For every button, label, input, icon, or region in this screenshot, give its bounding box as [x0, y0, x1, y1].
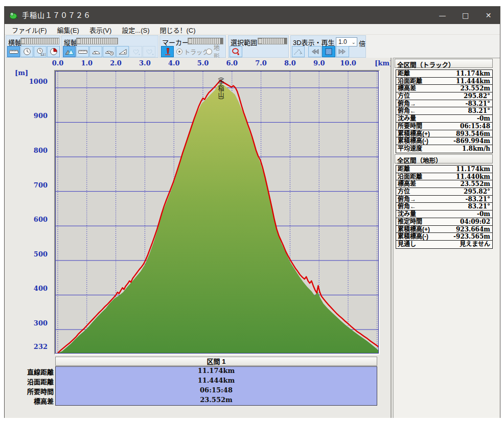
playback-speed-unit: 倍	[359, 38, 365, 48]
maximize-button[interactable]: □	[454, 7, 477, 24]
haxis-distance-button[interactable]	[7, 46, 20, 57]
menu-item[interactable]: ファイル(F)	[7, 24, 52, 35]
y-tick-label: 800	[16, 147, 48, 154]
vaxis-heartrate-1-button[interactable]	[129, 46, 142, 57]
stat-label: 方位	[398, 92, 410, 100]
stat-row: 距離 11.174km	[396, 166, 492, 173]
lasso-icon	[231, 48, 241, 56]
forward-icon	[337, 48, 348, 56]
menu-item[interactable]: 編集(E)	[52, 24, 84, 35]
slider-thumb[interactable]	[188, 38, 192, 44]
selection-lasso-button[interactable]	[230, 46, 242, 57]
x-tick-label: 6.0	[222, 59, 242, 67]
slope-triangle-icon	[118, 48, 128, 56]
vaxis-elevation-button[interactable]	[63, 46, 76, 57]
stat-label: 標高差	[398, 85, 416, 92]
stat-row: 累積標高(+) 923.664m	[396, 226, 492, 233]
stat-label: 俯角←	[398, 203, 416, 210]
app-icon	[9, 11, 18, 20]
heart-dotted-icon	[131, 48, 141, 56]
vaxis-slope-button[interactable]	[116, 46, 129, 57]
vaxis-speed-time-button[interactable]	[103, 46, 116, 57]
section-values-box: 11.174km11.444km06:15:4823.552m	[55, 366, 377, 406]
group-selection-range: 選択範囲	[228, 35, 289, 58]
stat-label: 標高差	[398, 180, 416, 187]
section-label: 沿面距離	[9, 377, 54, 387]
vertical-axis-slider[interactable]	[76, 38, 118, 44]
selection-slider[interactable]	[258, 38, 287, 44]
marker-track-radio[interactable]: トラック	[176, 47, 209, 56]
menu-item[interactable]: 設定...(S)	[117, 24, 154, 35]
terrain-stats-table: 距離 11.174km 沿面距離 11.440km 標高差 23.552m 方位…	[396, 165, 493, 249]
menu-item[interactable]: 表示(V)	[84, 24, 117, 35]
haxis-elapsed-button[interactable]	[47, 46, 60, 57]
toolbar: 横軸 123 縦軸	[5, 35, 500, 58]
marker-terrain-radio[interactable]: 地形	[206, 47, 225, 56]
x-tick-label: 1.0	[77, 59, 97, 67]
terrain-stats-header: 全区間（地形）	[395, 154, 493, 163]
stat-value: 11.174km	[456, 166, 490, 173]
stop-frame-icon	[324, 48, 334, 56]
stat-label: 所要時間	[398, 123, 422, 130]
playback-3d-view-button[interactable]	[292, 46, 305, 57]
playback-speed-select[interactable]: 1.0 ⌄	[336, 37, 357, 46]
section-label: 標高差	[9, 396, 54, 406]
x-tick-label: 9.0	[309, 59, 329, 67]
playback-stop-button[interactable]	[322, 46, 335, 57]
slider-thumb[interactable]	[258, 38, 262, 44]
stat-label: 沈み量	[398, 210, 416, 218]
stat-row: 沈み量 -0m	[396, 115, 492, 123]
slider-thumb[interactable]	[21, 38, 25, 44]
stat-label: 平均速度	[398, 145, 422, 152]
horizontal-axis-slider[interactable]	[20, 38, 59, 44]
haxis-time-button[interactable]	[20, 46, 33, 57]
stat-label: 推定時間	[398, 218, 422, 225]
stat-value: 見えません	[460, 241, 490, 248]
marker-pen-button[interactable]	[161, 46, 174, 57]
close-button[interactable]: ✕	[477, 7, 500, 24]
haxis-time-numbered-button[interactable]: 123	[34, 46, 47, 57]
stat-row: 沈み量 -0m	[396, 210, 492, 218]
stat-value: -869.994m	[453, 137, 490, 145]
stat-row: 方位 295.82°	[396, 188, 492, 196]
stat-value: -923.565m	[453, 233, 490, 240]
stat-label: 累積標高(+)	[398, 130, 430, 137]
slider-thumb[interactable]	[77, 38, 81, 44]
playback-forward-button[interactable]	[336, 46, 349, 57]
vaxis-heartrate-2-button[interactable]	[143, 46, 155, 57]
track-stats-header: 全区間（トラック）	[395, 59, 493, 68]
elevation-plot[interactable]	[54, 70, 380, 355]
stat-value: 295.82°	[464, 92, 490, 100]
vaxis-speed-button[interactable]	[89, 46, 102, 57]
playback-rewind-button[interactable]	[308, 46, 322, 57]
section-value: 06:15:48	[56, 386, 377, 396]
ruler-icon	[9, 48, 19, 56]
stat-row: 沿面距離 11.444km	[396, 78, 492, 85]
clock-123-icon: 123	[35, 48, 45, 56]
stat-row: 累積標高(+) 893.546m	[396, 130, 492, 138]
y-axis-unit-label: [m]	[15, 69, 28, 77]
svg-text:123: 123	[40, 53, 45, 56]
stat-value: 11.174km	[456, 70, 490, 77]
ruler-icon	[78, 48, 88, 56]
x-tick-label: 2.0	[106, 59, 126, 67]
group-3d-playback: 3D表示・再生 1.0 ⌄ 倍	[290, 35, 366, 58]
section-value: 23.552m	[56, 396, 377, 406]
title-bar[interactable]: 手稲山１７０７２６ — □ ✕	[5, 7, 500, 24]
stat-value: 893.546m	[456, 130, 490, 137]
screenshot-canvas: 手稲山１７０７２６ — □ ✕ ファイル(F)編集(E)表示(V)設定...(S…	[0, 0, 504, 422]
y-tick-label: 700	[16, 181, 48, 189]
elevation-profile-chart[interactable]	[55, 71, 379, 354]
stat-label: 累積標高(-)	[398, 233, 428, 240]
stat-value: 06:15:48	[460, 123, 490, 130]
stat-row: 沿面距離 11.440km	[396, 173, 492, 181]
gauge-clock-icon	[104, 48, 114, 56]
heart-dotted-icon	[144, 48, 154, 56]
y-tick-label: 500	[16, 250, 48, 258]
minimize-button[interactable]: —	[431, 7, 454, 24]
stat-row: 標高差 23.552m	[396, 85, 492, 92]
stat-value: 923.664m	[456, 226, 490, 233]
vaxis-distance-button[interactable]	[76, 46, 89, 57]
y-tick-label: 232	[16, 343, 48, 350]
menu-item[interactable]: 閉じる！(C)	[154, 24, 200, 35]
